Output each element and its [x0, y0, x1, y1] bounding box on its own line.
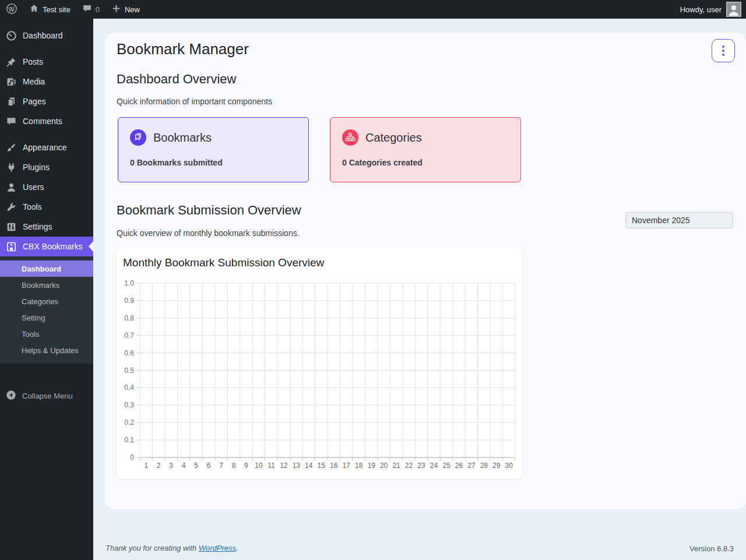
cbx-submenu: DashboardBookmarksCategoriesSettingTools…	[0, 256, 93, 364]
submission-chart: 1.00.90.80.70.60.50.40.30.20.10123456789…	[117, 279, 522, 477]
appearance-icon	[5, 142, 17, 153]
bookmark-plus-icon	[5, 241, 17, 252]
collapse-menu-label: Collapse Menu	[22, 392, 73, 400]
pin-icon	[5, 56, 17, 68]
visit-site-link[interactable]: Test site	[23, 0, 76, 19]
howdy-user[interactable]: Howdy, user	[680, 5, 722, 14]
collapse-menu-button[interactable]: Collapse Menu	[0, 388, 93, 404]
comment-bubble-icon	[82, 3, 92, 15]
collapse-arrow-icon	[6, 390, 16, 402]
sidebar-item-label: CBX Bookmarks	[23, 242, 83, 251]
svg-text:0.5: 0.5	[124, 367, 134, 375]
svg-text:9: 9	[244, 462, 248, 470]
sidebar-item-label: Media	[23, 77, 45, 86]
sitemap-icon	[342, 129, 358, 146]
card-title: Bookmarks	[153, 131, 212, 145]
sidebar-item-label: Settings	[23, 222, 52, 231]
sidebar-item-label: Posts	[23, 57, 43, 66]
sidebar-item-comments[interactable]: Comments	[0, 111, 93, 131]
categories-stat-card: Categories 0 Categories created	[330, 117, 521, 182]
kebab-menu-button[interactable]	[712, 39, 735, 62]
svg-text:2: 2	[157, 462, 161, 470]
page-title: Bookmark Manager	[117, 40, 249, 58]
svg-text:18: 18	[355, 462, 363, 470]
sidebar-item-dashboard[interactable]: Dashboard	[0, 26, 93, 45]
sidebar-sub-setting[interactable]: Setting	[0, 309, 93, 326]
sidebar-item-label: Pages	[23, 97, 46, 106]
stat-cards: Bookmarks 0 Bookmarks submitted Categori…	[118, 117, 521, 182]
svg-text:12: 12	[280, 462, 288, 470]
main-panel: Bookmark Manager Dashboard Overview Quic…	[105, 33, 746, 509]
kebab-dot	[722, 54, 724, 56]
sidebar-sub-categories[interactable]: Categories	[0, 293, 93, 309]
svg-text:1: 1	[144, 462, 148, 470]
new-label: New	[125, 5, 140, 14]
sidebar-item-plugins[interactable]: Plugins	[0, 157, 93, 177]
svg-text:25: 25	[442, 462, 451, 470]
svg-text:17: 17	[343, 462, 351, 470]
sidebar-item-appearance[interactable]: Appearance	[0, 138, 93, 157]
svg-text:0.3: 0.3	[124, 401, 134, 409]
users-icon	[5, 181, 17, 193]
sidebar-item-tools[interactable]: Tools	[0, 197, 93, 217]
sidebar-item-media[interactable]: Media	[0, 72, 93, 91]
avatar[interactable]	[726, 2, 741, 17]
svg-text:16: 16	[330, 462, 338, 470]
media-icon	[5, 76, 17, 87]
card-stat: 0 Bookmarks submitted	[130, 158, 297, 167]
chart-card: Monthly Bookmark Submission Overview 1.0…	[117, 247, 522, 479]
bookmark-icon	[130, 129, 146, 146]
sidebar-item-pages[interactable]: Pages	[0, 91, 93, 111]
month-picker-input[interactable]	[625, 212, 733, 228]
pages-icon	[5, 96, 17, 107]
admin-menu: DashboardPostsMediaPagesCommentsAppearan…	[0, 19, 93, 237]
card-title: Categories	[365, 131, 422, 145]
svg-text:0.1: 0.1	[124, 436, 134, 444]
svg-text:27: 27	[467, 462, 476, 470]
svg-text:14: 14	[305, 462, 313, 470]
sidebar-sub-bookmarks[interactable]: Bookmarks	[0, 277, 93, 293]
svg-text:0.8: 0.8	[124, 314, 134, 322]
submission-subtitle: Quick overview of monthly bookmark submi…	[117, 228, 300, 238]
submission-title: Bookmark Submission Overview	[117, 203, 301, 218]
menu-separator	[0, 45, 93, 52]
sidebar-item-cbx-bookmarks[interactable]: CBX Bookmarks	[0, 237, 93, 256]
dashboard-icon	[5, 30, 17, 41]
svg-text:1.0: 1.0	[124, 279, 134, 287]
sidebar-sub-helps-updates[interactable]: Helps & Updates	[0, 342, 93, 358]
svg-text:11: 11	[268, 462, 275, 470]
svg-text:15: 15	[318, 462, 326, 470]
comments-count: 0	[96, 5, 100, 14]
svg-text:10: 10	[255, 462, 263, 470]
plugins-icon	[5, 161, 17, 173]
wordpress-link[interactable]: WordPress	[199, 544, 236, 552]
footer-version: Version 6.8.3	[689, 544, 734, 553]
card-stat: 0 Categories created	[342, 158, 509, 167]
sidebar-item-posts[interactable]: Posts	[0, 52, 93, 72]
sidebar-item-label: Comments	[23, 117, 62, 126]
sidebar-item-users[interactable]: Users	[0, 177, 93, 197]
svg-text:0.2: 0.2	[124, 418, 134, 427]
svg-text:6: 6	[207, 462, 211, 470]
sidebar-item-label: Tools	[23, 202, 42, 212]
wordpress-menu[interactable]	[0, 0, 23, 19]
svg-text:3: 3	[169, 462, 173, 470]
sidebar-sub-tools[interactable]: Tools	[0, 326, 93, 342]
wordpress-logo-icon	[6, 3, 17, 16]
svg-text:0.4: 0.4	[124, 383, 134, 392]
sidebar-item-settings[interactable]: Settings	[0, 217, 93, 237]
svg-text:19: 19	[367, 462, 375, 470]
svg-text:29: 29	[492, 462, 501, 470]
comments-shortcut[interactable]: 0	[76, 0, 105, 19]
svg-text:24: 24	[430, 462, 438, 470]
overview-title: Dashboard Overview	[117, 72, 236, 87]
new-content-menu[interactable]: New	[105, 0, 146, 19]
sidebar-sub-dashboard[interactable]: Dashboard	[0, 260, 93, 277]
svg-text:26: 26	[455, 462, 463, 470]
svg-text:0: 0	[130, 453, 134, 462]
tools-icon	[5, 201, 17, 213]
footer-thanks: Thank you for creating with WordPress.	[105, 544, 238, 552]
svg-text:0.6: 0.6	[124, 349, 134, 357]
overview-subtitle: Quick information of important component…	[117, 97, 272, 106]
site-name: Test site	[43, 5, 71, 14]
